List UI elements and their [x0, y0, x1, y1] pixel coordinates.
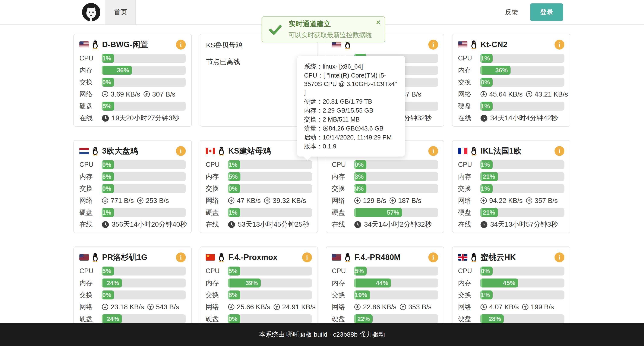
server-stats: KS鲁贝母鸡节点已离线 — [206, 40, 312, 67]
server-card: D-BWG-闲置 i CPU 1% 内存 36% 交换 0% 网络 — [74, 34, 192, 127]
upload-arrow-icon — [526, 197, 532, 204]
stat-row: 交换 1% — [458, 184, 564, 193]
clock-icon — [102, 221, 109, 228]
stat-label: 网络 — [458, 90, 480, 99]
stat-label: 内存 — [458, 278, 480, 288]
net-down-value: 45.64 KB/s — [489, 90, 523, 98]
info-icon[interactable]: i — [302, 252, 312, 262]
country-flag-icon — [458, 148, 468, 154]
linux-penguin-icon — [218, 253, 225, 262]
usage-percent-label: 0% — [102, 292, 114, 298]
usage-bar-track: 11% — [480, 102, 564, 111]
info-icon[interactable]: i — [428, 146, 438, 156]
stat-label: 交换 — [458, 290, 480, 300]
site-logo[interactable] — [77, 0, 106, 24]
info-icon[interactable]: i — [176, 40, 186, 50]
login-button[interactable]: 登录 — [530, 4, 563, 21]
stat-label: 内存 — [458, 66, 480, 75]
usage-percent-label: 57% — [387, 209, 402, 216]
server-card-header: Kt-CN2 i — [458, 38, 564, 51]
stat-label: 交换 — [80, 184, 102, 193]
stat-row: CPU 0% — [332, 160, 438, 169]
usage-bar-fill: 3% — [354, 172, 366, 181]
stat-label: 硬盘 — [80, 208, 102, 217]
toast-realtime-channel: 实时通道建立 可以实时获取最新监控数据啦 × — [262, 16, 385, 42]
usage-bar-track: 36% — [102, 66, 186, 75]
usage-percent-label: 1% — [481, 292, 492, 298]
info-icon[interactable]: i — [554, 40, 564, 50]
stat-label: 硬盘 — [332, 314, 354, 323]
info-icon[interactable]: i — [176, 252, 186, 262]
uptime-row: 在线 53天13小时45分钟25秒 — [206, 220, 312, 229]
tab-home[interactable]: 首页 — [106, 0, 136, 24]
upload-arrow-icon — [400, 304, 406, 310]
net-up-value: 43.21 KB/s — [535, 90, 568, 98]
server-stats: CPU 1% 内存 36% 交换 0% 网络 45.64 KB/s 43.2 — [458, 54, 564, 122]
feedback-link[interactable]: 反馈 — [505, 8, 518, 17]
server-card: Kt-CN2 i CPU 1% 内存 36% 交换 0% 网络 45 — [452, 34, 570, 127]
info-icon[interactable]: i — [428, 40, 438, 50]
usage-bar-track: 0% — [354, 160, 438, 169]
net-down-value: 22.86 KB/s — [363, 303, 396, 311]
upload-arrow-icon — [526, 91, 532, 98]
stat-label: 内存 — [332, 172, 354, 181]
usage-bar-fill: N% — [354, 184, 366, 193]
toast-close-icon[interactable]: × — [376, 18, 380, 26]
usage-bar-fill: 0% — [102, 160, 114, 169]
upload-arrow-icon — [137, 197, 144, 204]
usage-bar-track: 21% — [480, 172, 564, 181]
info-icon[interactable]: i — [176, 146, 186, 156]
usage-percent-label: 6% — [102, 173, 114, 180]
stat-label: 网络 — [206, 196, 228, 205]
usage-bar-track: 15% — [102, 102, 186, 111]
usage-percent-label: 8% — [228, 292, 240, 298]
tooltip-value: 10/14/2020, 11:49:29 PM — [323, 134, 392, 141]
info-icon[interactable]: i — [428, 252, 438, 262]
stat-label: 内存 — [80, 66, 102, 75]
network-speeds: 22.86 KB/s 353 B/s — [354, 303, 438, 311]
clock-icon — [102, 114, 109, 122]
usage-bar-track: 8% — [228, 290, 312, 300]
usage-bar-fill: 0% — [102, 78, 114, 87]
info-icon[interactable]: i — [554, 252, 564, 262]
linux-penguin-icon — [92, 40, 99, 49]
network-speeds: 25.66 KB/s 24.91 KB/s — [228, 303, 316, 311]
download-arrow-icon — [480, 304, 487, 310]
usage-bar-fill: 6% — [102, 172, 114, 181]
uptime-row: 在线 34天14小时2分钟32秒 — [332, 220, 438, 229]
usage-bar-track: 0% — [102, 184, 186, 193]
server-card-header: PR洛杉矶1G i — [80, 251, 186, 264]
linux-penguin-icon — [470, 146, 478, 156]
net-down-value: 23.18 KB/s — [110, 303, 144, 311]
country-flag-icon — [332, 254, 341, 260]
usage-bar-track: 1% — [228, 208, 312, 217]
upload-arrow-icon — [522, 304, 529, 310]
usage-bar-track: 0% — [102, 290, 186, 300]
usage-bar-fill: 5% — [102, 266, 114, 276]
net-up-value: 187 B/s — [398, 197, 422, 204]
usage-percent-label: 1% — [102, 209, 114, 216]
stat-label: 硬盘 — [458, 208, 480, 217]
usage-bar-fill: 0% — [102, 290, 114, 300]
stat-label: CPU — [332, 267, 354, 275]
usage-percent-label: 11% — [480, 103, 492, 110]
net-up-value: 353 B/s — [408, 303, 432, 311]
stat-row: 硬盘 1% — [80, 208, 186, 217]
tooltip-value: 20.81 GB/1.79 TB — [323, 98, 372, 105]
clock-icon — [480, 221, 488, 228]
net-up-value: 199 B/s — [531, 303, 554, 311]
usage-bar-track: 15% — [228, 172, 312, 181]
stat-row: 内存 45% — [458, 278, 564, 288]
usage-bar-fill: 1% — [480, 54, 492, 63]
stat-label: 网络 — [458, 196, 480, 205]
stat-label: 交换 — [458, 78, 480, 87]
uptime-value: 19天20小时27分钟3秒 — [112, 114, 179, 123]
server-name: F.4.-Proxmox — [228, 253, 302, 262]
usage-bar-track: 21% — [480, 208, 564, 217]
usage-percent-label: 0% — [102, 161, 114, 168]
network-row: 网络 4.07 KB/s 199 B/s — [458, 302, 564, 312]
linux-penguin-icon — [92, 253, 99, 262]
stat-label: 网络 — [206, 302, 228, 312]
info-icon[interactable]: i — [554, 146, 564, 156]
usage-percent-label: 1% — [102, 55, 114, 62]
